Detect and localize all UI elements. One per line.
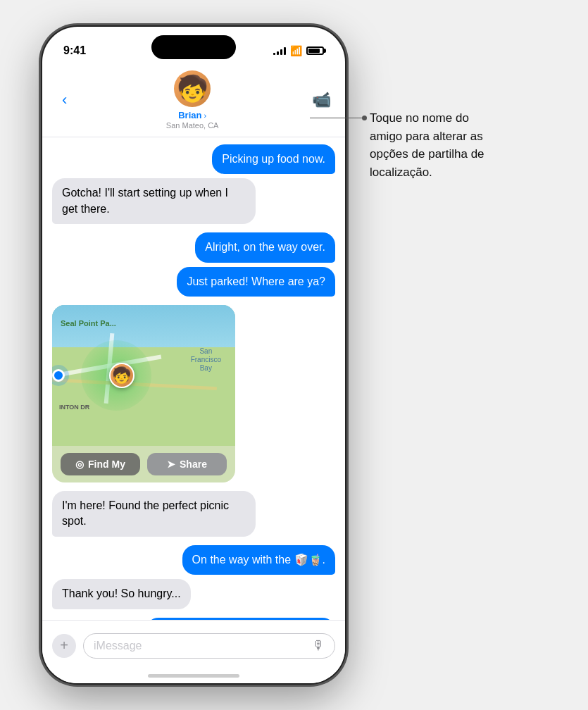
find-my-icon: ◎ [75,459,84,470]
navigation-bar: ‹ 🧒 Brian › San Mateo, CA 📹 [42,65,345,137]
phone-frame: 9:41 📶 ‹ 🧒 Brian › San Mateo, CA [42,27,345,683]
map-buttons: ◎ Find My ➤ Share [52,446,235,482]
annotation-container: Toque no nome doamigo para alterar asopç… [370,109,567,181]
annotation-line [310,118,366,118]
map-avatar-pin: 🧒 [109,363,135,388]
message-bubble-sent: Alright, on the way over. [195,232,335,262]
message-row: Gotcha! I'll start setting up when I get… [52,178,335,224]
message-bubble-received: Thank you! So hungry... [52,579,191,609]
message-text: Alright, on the way over. [205,241,325,253]
message-text: Thank you! So hungry... [62,587,181,599]
input-placeholder: iMessage [94,640,142,652]
message-input[interactable]: iMessage 🎙 [83,633,335,659]
battery-icon [306,46,324,55]
message-row: I'm here! Found the perfect picnic spot. [52,491,335,537]
annotation-text: Toque no nome doamigo para alterar asopç… [370,109,567,181]
map-park-label: Seal Point Pa... [61,319,116,328]
signal-icon [273,46,286,55]
message-text: I'm here! Found the perfect picnic spot. [62,499,229,527]
message-text: Just parked! Where are ya? [187,275,325,287]
video-call-button[interactable]: 📹 [312,91,331,109]
contact-subtitle: San Mateo, CA [166,121,219,130]
map-bay-label: SanFranciscoBay [191,347,221,373]
message-row: Alright, on the way over. [52,232,335,262]
contact-name-row: Brian › [178,110,206,120]
share-icon: ➤ [167,459,175,470]
messages-area: Picking up food now. Gotcha! I'll start … [42,137,345,643]
status-time: 9:41 [63,44,86,57]
chevron-right-icon: › [204,111,206,120]
home-indicator [148,674,239,678]
find-my-button[interactable]: ◎ Find My [61,453,140,475]
avatar-memoji: 🧒 [177,76,208,101]
message-row: 🧒 Seal Point Pa... SanFranciscoBay INTON… [52,305,335,482]
message-bubble-sent: Picking up food now. [212,144,335,174]
map-bubble: 🧒 Seal Point Pa... SanFranciscoBay INTON… [52,305,235,482]
message-bubble-received: Gotcha! I'll start setting up when I get… [52,178,256,224]
message-row: Just parked! Where are ya? [52,267,335,297]
map-street-label: INTON DR [59,404,89,411]
message-bubble-sent: Just parked! Where are ya? [177,267,335,297]
find-my-label: Find My [88,459,125,470]
message-text: On the way with the 🥡🧋. [192,554,325,566]
message-bubble-sent: On the way with the 🥡🧋. [182,545,335,575]
map-image: 🧒 Seal Point Pa... SanFranciscoBay INTON… [52,305,235,446]
add-button[interactable]: + [52,634,76,658]
message-text: Gotcha! I'll start setting up when I get… [62,187,228,214]
contact-name: Brian [178,110,201,120]
message-row: Thank you! So hungry... [52,579,335,609]
avatar: 🧒 [174,70,211,107]
wifi-icon: 📶 [290,45,302,56]
share-label: Share [180,459,207,470]
message-row: Picking up food now. [52,144,335,174]
message-bubble-received: I'm here! Found the perfect picnic spot. [52,491,256,537]
contact-header[interactable]: 🧒 Brian › San Mateo, CA [166,70,219,130]
status-bar: 9:41 📶 [42,27,345,65]
mic-button[interactable]: 🎙 [312,638,325,653]
message-text: Picking up food now. [222,153,325,165]
status-icons: 📶 [273,45,324,56]
message-row: On the way with the 🥡🧋. [52,545,335,575]
share-location-button[interactable]: ➤ Share [147,453,227,475]
back-button[interactable]: ‹ [56,88,73,112]
